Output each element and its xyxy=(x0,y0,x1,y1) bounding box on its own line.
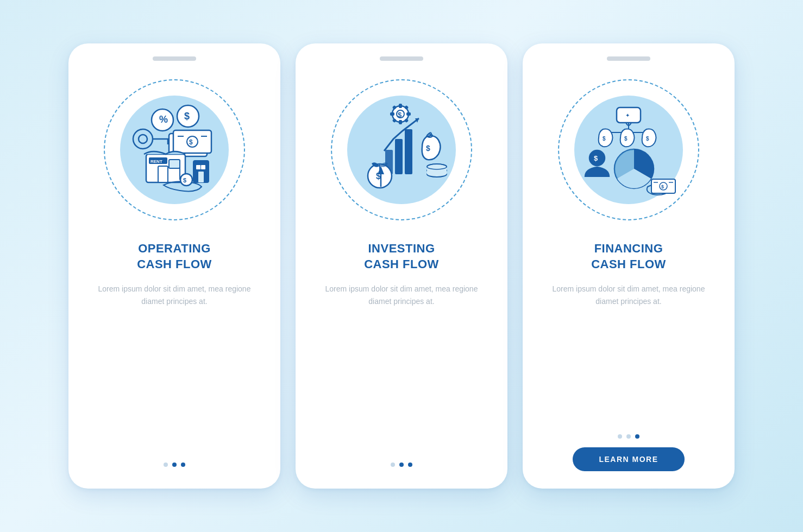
svg-text:%: % xyxy=(159,114,168,125)
financing-dots xyxy=(618,434,639,439)
phone-notch xyxy=(607,56,650,61)
phone-notch xyxy=(380,56,423,61)
svg-rect-30 xyxy=(406,112,411,116)
svg-text:$: $ xyxy=(646,136,649,142)
svg-rect-23 xyxy=(198,172,204,182)
financing-desc: Lorem ipsum dolor sit dim amet, mea regi… xyxy=(540,283,717,421)
svg-text:$: $ xyxy=(594,154,598,162)
financing-icon: ✦ $ $ $ xyxy=(569,90,688,210)
svg-text:$: $ xyxy=(624,136,628,142)
investing-cash-flow-card: $ $ $ xyxy=(296,43,507,489)
dot-2 xyxy=(399,463,404,467)
svg-text:$: $ xyxy=(603,136,606,142)
svg-text:$: $ xyxy=(426,144,430,153)
svg-rect-16 xyxy=(158,166,168,182)
svg-text:$: $ xyxy=(661,184,664,189)
svg-text:$: $ xyxy=(184,111,190,122)
phone-notch xyxy=(153,56,196,61)
dot-3 xyxy=(181,463,185,467)
svg-rect-21 xyxy=(196,165,200,169)
investing-title: INVESTING CASH FLOW xyxy=(364,241,439,272)
dot-1 xyxy=(391,463,395,467)
learn-more-button[interactable]: LEARN MORE xyxy=(573,447,684,471)
operating-icon: % $ $ RENT xyxy=(115,90,234,210)
operating-dots xyxy=(164,463,185,467)
svg-text:RENT: RENT xyxy=(150,159,162,164)
svg-point-0 xyxy=(133,129,153,149)
svg-text:$: $ xyxy=(183,177,186,183)
operating-title: OPERATING CASH FLOW xyxy=(137,241,212,272)
investing-icon: $ $ $ xyxy=(342,90,461,210)
svg-text:✦: ✦ xyxy=(625,112,630,118)
operating-cash-flow-card: % $ $ RENT xyxy=(68,43,280,489)
svg-text:$: $ xyxy=(398,111,402,119)
investing-desc: Lorem ipsum dolor sit dim amet, mea regi… xyxy=(313,283,490,449)
operating-desc: Lorem ipsum dolor sit dim amet, mea regi… xyxy=(86,283,263,449)
svg-rect-28 xyxy=(399,104,402,108)
svg-point-1 xyxy=(139,135,147,143)
cards-container: % $ $ RENT xyxy=(47,22,756,510)
svg-rect-39 xyxy=(405,129,412,174)
svg-rect-19 xyxy=(169,160,180,168)
financing-illustration: ✦ $ $ $ xyxy=(553,74,705,226)
svg-rect-22 xyxy=(201,165,205,169)
svg-rect-31 xyxy=(390,112,394,116)
svg-text:$: $ xyxy=(189,138,193,146)
financing-title: FINANCING CASH FLOW xyxy=(591,241,666,272)
investing-illustration: $ $ $ xyxy=(325,74,478,226)
operating-illustration: % $ $ RENT xyxy=(98,74,250,226)
financing-cash-flow-card: ✦ $ $ $ xyxy=(523,43,735,489)
svg-rect-38 xyxy=(395,139,403,174)
svg-rect-52 xyxy=(427,170,447,174)
dot-1 xyxy=(164,463,168,467)
dot-3 xyxy=(408,463,412,467)
investing-dots xyxy=(391,463,412,467)
svg-rect-29 xyxy=(399,120,402,124)
dot-2 xyxy=(626,434,631,439)
dot-1 xyxy=(618,434,622,439)
dot-2 xyxy=(172,463,177,467)
dot-3 xyxy=(635,434,639,439)
